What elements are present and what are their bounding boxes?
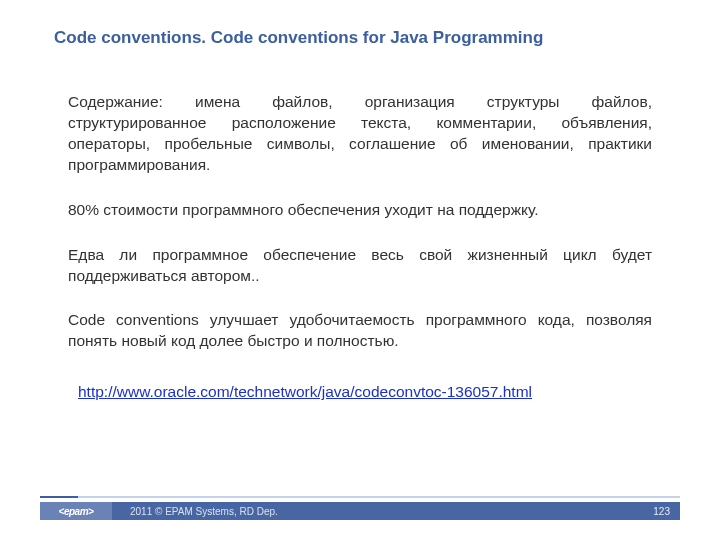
slide: Code conventions. Code conventions for J… — [0, 0, 720, 540]
footer-bar: <epam> 2011 © EPAM Systems, RD Dep. 123 — [40, 502, 680, 520]
paragraph: Едва ли программное обеспечение весь сво… — [68, 245, 652, 287]
paragraph: 80% стоимости программного обеспечения у… — [68, 200, 652, 221]
slide-content: Содержание: имена файлов, организация ст… — [54, 92, 666, 403]
slide-title: Code conventions. Code conventions for J… — [54, 28, 666, 48]
epam-logo: <epam> — [40, 502, 112, 520]
footer-rule — [40, 496, 680, 498]
footer-copyright: 2011 © EPAM Systems, RD Dep. — [130, 506, 653, 517]
paragraph: Code conventions улучшает удобочитаемост… — [68, 310, 652, 352]
page-number: 123 — [653, 506, 680, 517]
slide-footer: <epam> 2011 © EPAM Systems, RD Dep. 123 — [0, 496, 720, 524]
reference-link[interactable]: http://www.oracle.com/technetwork/java/c… — [78, 382, 532, 403]
paragraph: Содержание: имена файлов, организация ст… — [68, 92, 652, 176]
